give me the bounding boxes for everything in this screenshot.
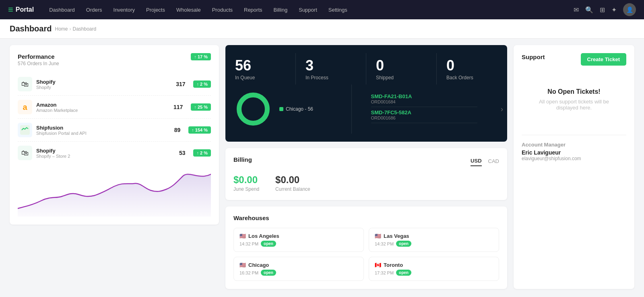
billing-tab-cad[interactable]: CAD [488, 158, 499, 166]
wh-la-time: 14:32 PM open [239, 241, 358, 247]
amazon-info: Amazon Amazon Marketplace [36, 102, 169, 113]
wh-tor-header: 🇨🇦 Toronto [375, 262, 493, 268]
nav-billing[interactable]: Billing [268, 0, 293, 19]
nav-projects[interactable]: Projects [140, 0, 171, 19]
back-orders-label: Back Orders [446, 75, 497, 80]
dark-right: SMD-FA21-B01A ORD001684 SMD-7FC5-582A OR… [352, 85, 497, 134]
support-title: Support [522, 54, 545, 60]
support-header: Support Create Ticket [522, 53, 626, 66]
dark-card-inner: Chicago - 56 SMD-FA21-B01A ORD001684 SMD… [225, 85, 507, 134]
shopify2-icon: 🛍 [18, 146, 32, 160]
shopify1-count: 317 [176, 81, 185, 87]
performance-card: Performance 576 Orders In June ↑ 17 % 🛍 … [10, 45, 219, 225]
nav-dashboard[interactable]: Dashboard [43, 0, 80, 19]
shipfusion-icon [18, 123, 32, 137]
shopify2-badge: ↑ 2 % [193, 149, 211, 157]
wh-lv-time: 14:32 PM open [375, 241, 493, 247]
nav-links: Dashboard Orders Inventory Projects Whol… [43, 0, 574, 19]
wh-la-flag: 🇺🇸 [239, 233, 246, 239]
wh-lv-header: 🇺🇸 Las Vegas [375, 233, 493, 239]
shipfusion-badge: ↑ 154 % [188, 126, 211, 134]
no-tickets-title: No Open Tickets! [530, 88, 618, 95]
dark-left: Chicago - 56 [225, 85, 352, 134]
warehouses-card: Warehouses 🇺🇸 Los Angeles 14:32 PM open … [225, 206, 507, 289]
nav-settings[interactable]: Settings [323, 0, 353, 19]
nav-inventory[interactable]: Inventory [108, 0, 140, 19]
order-id-1: SMD-7FC5-582A [371, 109, 478, 116]
nav-products[interactable]: Products [206, 0, 238, 19]
nav-wholesale[interactable]: Wholesale [171, 0, 206, 19]
amazon-name: Amazon [36, 102, 169, 108]
avatar[interactable]: 👤 [623, 3, 636, 16]
order-item-1: SMD-7FC5-582A ORD001686 [371, 107, 478, 123]
grid-icon[interactable]: ⊞ [600, 6, 605, 14]
support-card: Support Create Ticket No Open Tickets! A… [514, 45, 634, 289]
shipfusion-name: Shipfusion [36, 125, 170, 131]
breadcrumb-home[interactable]: Home [55, 26, 68, 32]
left-column: Performance 576 Orders In June ↑ 17 % 🛍 … [10, 45, 219, 289]
billing-balance: $0.00 Current Balance [275, 174, 310, 192]
perf-header: Performance 576 Orders In June ↑ 17 % [18, 53, 211, 66]
perf-title: Performance [18, 53, 59, 60]
wh-tor-status: open [396, 270, 411, 276]
donut-chart [235, 91, 271, 127]
navbar: ≡ Portal Dashboard Orders Inventory Proj… [0, 0, 644, 19]
am-name: Eric Lavigueur [522, 149, 626, 156]
breadcrumb-current: Dashboard [72, 26, 96, 32]
nav-support[interactable]: Support [293, 0, 323, 19]
shopify2-count: 53 [179, 150, 186, 156]
right-column: Support Create Ticket No Open Tickets! A… [514, 45, 634, 289]
star-icon[interactable]: ✦ [611, 6, 617, 14]
shopify1-info: Shopify Shopify [36, 79, 172, 90]
page-title: Dashboard [10, 24, 52, 33]
main-content: Performance 576 Orders In June ↑ 17 % 🛍 … [0, 39, 644, 295]
svg-rect-0 [20, 125, 30, 135]
breadcrumb-sep: › [69, 26, 71, 32]
chevron-right-icon[interactable]: › [497, 105, 507, 113]
billing-amounts: $0.00 June Spend $0.00 Current Balance [233, 174, 499, 192]
nav-orders[interactable]: Orders [80, 0, 108, 19]
shopify1-icon: 🛍 [18, 77, 32, 91]
shipped-label: Shipped [376, 75, 427, 80]
wh-lv-status: open [396, 241, 411, 247]
order-num-1: ORD001686 [371, 116, 478, 120]
no-tickets-sub: All open support tickets will be display… [530, 99, 618, 111]
wh-tor-name: Toronto [384, 262, 403, 268]
perf-info: Performance 576 Orders In June [18, 53, 59, 66]
shopify1-badge: ↑ 2 % [193, 80, 211, 88]
wh-la-header: 🇺🇸 Los Angeles [239, 233, 358, 239]
middle-column: 56 In Queue 3 In Process 0 Shipped 0 Bac… [225, 45, 507, 289]
current-balance-label: Current Balance [275, 186, 310, 192]
wh-lv-name: Las Vegas [384, 233, 409, 239]
create-ticket-button[interactable]: Create Ticket [581, 53, 626, 66]
channel-item-amazon: a Amazon Amazon Marketplace 117 ↑ 25 % [18, 96, 211, 119]
order-num-0: ORD001684 [371, 99, 478, 104]
wh-chi-flag: 🇺🇸 [239, 262, 246, 268]
shopify1-sub: Shopify [36, 85, 172, 90]
current-balance-amount: $0.00 [275, 174, 310, 186]
stat-shipped: 0 Shipped [366, 53, 437, 85]
wh-chi-name: Chicago [248, 262, 269, 268]
in-process-label: In Process [305, 75, 356, 80]
page-header: Dashboard Home › Dashboard [0, 19, 644, 39]
no-tickets: No Open Tickets! All open support ticket… [522, 72, 626, 127]
wh-chi-time: 16:32 PM open [239, 270, 358, 276]
back-orders-number: 0 [446, 57, 497, 74]
svg-point-2 [239, 95, 267, 123]
stat-content: Chicago - 56 [225, 85, 351, 134]
wh-la-name: Los Angeles [248, 233, 279, 239]
order-id-0: SMD-FA21-B01A [371, 93, 478, 99]
amazon-badge: ↑ 25 % [191, 103, 211, 111]
billing-card: Billing USD CAD $0.00 June Spend $0.00 C… [225, 148, 507, 200]
warehouse-la: 🇺🇸 Los Angeles 14:32 PM open [233, 228, 364, 252]
nav-logo[interactable]: ≡ Portal [8, 4, 34, 15]
billing-tab-usd[interactable]: USD [471, 158, 481, 166]
stat-back-orders: 0 Back Orders [437, 53, 507, 85]
june-spend-label: June Spend [233, 186, 259, 192]
nav-reports[interactable]: Reports [238, 0, 268, 19]
legend-dot [279, 107, 283, 111]
wh-chi-header: 🇺🇸 Chicago [239, 262, 358, 268]
in-process-number: 3 [305, 57, 356, 74]
message-icon[interactable]: ✉ [574, 6, 579, 14]
search-icon[interactable]: 🔍 [585, 6, 593, 14]
